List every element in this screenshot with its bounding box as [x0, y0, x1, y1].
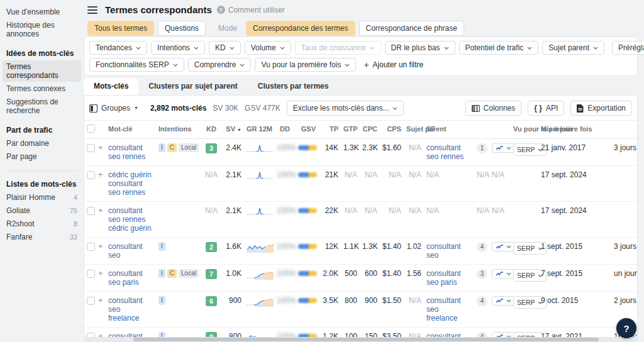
sidebar-section-listes-de-mots-cles: Listes de mots-clés: [6, 180, 77, 189]
sidebar-item-plaisir-homme[interactable]: Plaisir Homme4: [3, 191, 81, 204]
cps-cell: N/A: [404, 166, 424, 184]
sidebar-item-vue-d-ensemble[interactable]: Vue d'ensemble: [3, 6, 81, 18]
col-header-first-seen[interactable]: Vu pour la première fois: [511, 121, 538, 137]
col-header-tp[interactable]: TP: [318, 121, 341, 137]
gsv-cell: 22K: [318, 202, 341, 219]
scope-tab-tous-les-termes[interactable]: Tous les termes: [87, 21, 154, 36]
sv-cell: 2.4K: [220, 139, 244, 157]
filter-fonctionnalites-serp[interactable]: Fonctionnalités SERP: [89, 58, 184, 72]
col-header-gsv[interactable]: GSV: [296, 121, 318, 137]
table-header-row: Mot-cléIntentionsKDSV ▼GR 12MDDGSVTPGTPC…: [84, 120, 638, 139]
exclude-keywords-dropdown[interactable]: Exclure les mots-clés dans...: [287, 101, 404, 116]
filter-intentions[interactable]: Intentions: [151, 41, 205, 55]
col-header-keyword[interactable]: Mot-clé: [106, 121, 156, 137]
presets-dropdown[interactable]: Préréglages: [612, 41, 644, 55]
keyword-link[interactable]: consultant seo paris: [106, 265, 156, 291]
parent-topic-link[interactable]: consultant seo freelance: [426, 296, 461, 323]
add-to-list-icon[interactable]: +: [98, 206, 103, 215]
parent-topic-cell: N/A: [424, 166, 474, 184]
add-to-list-icon[interactable]: +: [98, 296, 103, 305]
cps-cell: N/A: [404, 292, 424, 309]
add-to-list-icon[interactable]: +: [98, 269, 103, 278]
horizontal-scrollbar-thumb[interactable]: [133, 338, 599, 341]
add-to-list-icon[interactable]: +: [98, 242, 103, 251]
serp-button-cell: SERP: [511, 292, 538, 313]
col-header-parent[interactable]: Sujet parent: [404, 121, 424, 137]
export-button[interactable]: Exportation: [570, 101, 632, 116]
mode-tab-correspondance-des-termes[interactable]: Correspondance des termes: [246, 21, 355, 36]
filter-sujet-parent[interactable]: Sujet parent: [542, 41, 604, 55]
sidebar-item-goliate[interactable]: Goliate75: [3, 204, 81, 217]
col-header-gr12m[interactable]: GR 12M: [244, 121, 274, 137]
keyword-row-consultant-seo: +consultant seoI21.6K100%12K1.1K1.3K$1.4…: [84, 238, 638, 265]
sidebar-item-r2shoot[interactable]: R2shoot8: [3, 218, 81, 230]
add-to-list-icon[interactable]: +: [98, 170, 103, 179]
row-checkbox[interactable]: [87, 270, 95, 278]
keyword-link[interactable]: consultant seo rennes: [106, 139, 156, 165]
cps-cell: N/A: [404, 139, 424, 157]
api-button[interactable]: { } API: [528, 101, 564, 116]
col-header-intents[interactable]: Intentions: [156, 121, 203, 137]
keyword-link[interactable]: consultant seo rennes cédric guérin: [106, 202, 156, 237]
mode-tab-correspondance-de-phrase[interactable]: Correspondance de phrase: [359, 21, 464, 36]
parent-topic-link[interactable]: consultant seo paris: [426, 269, 461, 287]
keyword-link[interactable]: consultant seo freelance: [106, 292, 156, 327]
keyword-link[interactable]: consultant seo jerome rudel: [106, 328, 156, 338]
sidebar-item-termes-correspondants[interactable]: Termes correspondants: [3, 60, 81, 82]
row-checkbox[interactable]: [87, 144, 95, 152]
list-count: 8: [74, 219, 77, 228]
parent-topic-link[interactable]: consultant seo: [426, 242, 461, 260]
sidebar-item-par-domaine[interactable]: Par domaine: [3, 137, 81, 150]
filter-dr-le-plus-bas[interactable]: DR le plus bas: [385, 41, 455, 55]
groups-dropdown[interactable]: Groupes ▼: [89, 101, 144, 115]
col-header-cpc[interactable]: CPC: [360, 121, 380, 137]
sidebar-item-suggestions-de-recherche[interactable]: Suggestions de recherche: [3, 96, 81, 117]
filter-potentiel-de-trafic[interactable]: Potentiel de trafic: [459, 41, 539, 55]
filter-tendances[interactable]: Tendances: [89, 41, 147, 55]
sidebar-item-termes-connexes[interactable]: Termes connexes: [3, 82, 81, 95]
page-header: Termes correspondants ? Comment utiliser: [82, 0, 644, 15]
columns-button[interactable]: Colonnes: [465, 101, 522, 116]
menu-icon[interactable]: [87, 6, 97, 14]
gr12m-cell-blurred: 100%: [274, 328, 296, 338]
api-label: API: [546, 104, 558, 113]
select-all-checkbox[interactable]: [87, 124, 95, 133]
col-header-sv[interactable]: SV ▼: [220, 121, 244, 138]
filter-vu-pour-la-premiere-fois[interactable]: Vu pour la première fois: [255, 58, 356, 72]
col-header-updated[interactable]: Mis à jour: [538, 121, 611, 137]
row-checkbox[interactable]: [87, 207, 95, 215]
trend-button-cell: [489, 328, 511, 338]
how-to-use-link[interactable]: ? Comment utiliser: [217, 6, 285, 14]
parent-topic-link[interactable]: consultant seo rennes: [426, 143, 464, 161]
keyword-link[interactable]: cédric guérin consultant seo rennes: [106, 166, 156, 201]
export-file-icon: [577, 104, 584, 113]
add-to-list-icon[interactable]: +: [98, 143, 103, 152]
col-header-sf[interactable]: SF: [424, 121, 474, 137]
first-seen-cell: 21 janv. 2017: [538, 139, 611, 157]
filter-kd[interactable]: KD: [209, 41, 241, 55]
sv-trend-cell: [244, 265, 274, 285]
row-checkbox[interactable]: [87, 171, 95, 179]
add-filter-button[interactable]: +Ajouter un filtre: [360, 58, 427, 71]
tab-clusters-par-termes[interactable]: Clusters par termes: [248, 78, 339, 96]
braces-icon: { }: [534, 104, 542, 113]
row-checkbox[interactable]: [87, 297, 95, 305]
cps-cell: N/A: [404, 328, 424, 338]
tab-mots-cles[interactable]: Mots-clés: [84, 78, 138, 96]
scope-tab-questions[interactable]: Questions: [158, 21, 206, 36]
sidebar-item-par-page[interactable]: Par page: [3, 150, 81, 163]
keyword-link[interactable]: consultant seo: [106, 238, 156, 264]
sidebar-item-fanfare[interactable]: Fanfare33: [3, 231, 81, 243]
sidebar-item-historique-des-annonces[interactable]: Historique des annonces: [3, 19, 81, 40]
col-header-gtp[interactable]: GTP: [341, 121, 360, 137]
tab-clusters-par-sujet-parent[interactable]: Clusters par sujet parent: [138, 78, 247, 96]
col-header-cps[interactable]: CPS: [380, 121, 404, 137]
help-fab-button[interactable]: ?: [616, 318, 636, 338]
filter-comprendre[interactable]: Comprendre: [188, 58, 252, 72]
row-checkbox[interactable]: [87, 243, 95, 251]
filter-volume[interactable]: Volume: [245, 41, 291, 55]
col-header-dd[interactable]: DD: [274, 121, 296, 137]
sf-cell: 4: [474, 238, 489, 256]
serp-button-cell: SERP: [511, 265, 538, 286]
col-header-kd[interactable]: KD: [203, 121, 220, 137]
